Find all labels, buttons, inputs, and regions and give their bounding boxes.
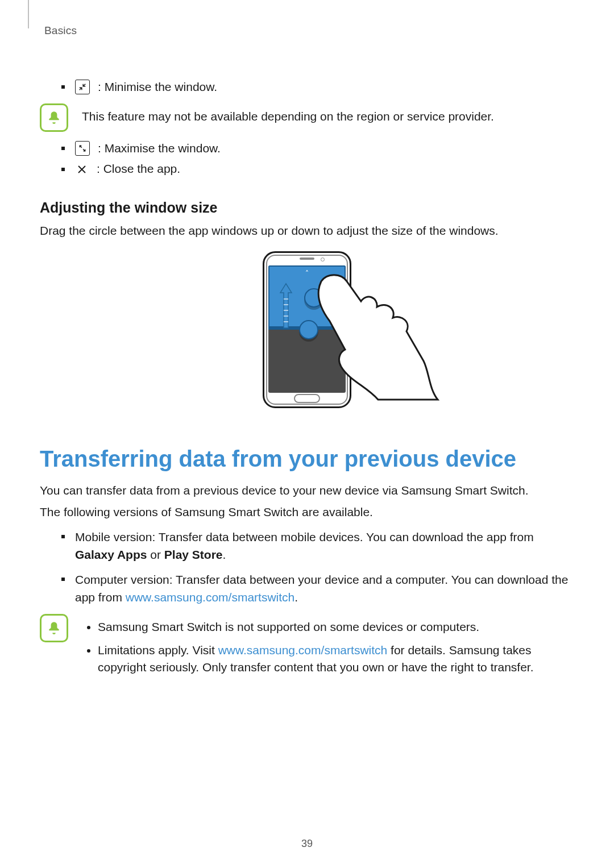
drag-handle-icon <box>299 320 318 339</box>
svg-rect-2 <box>284 310 288 311</box>
paragraph-transfer-intro: You can transfer data from a previous de… <box>40 482 574 499</box>
text-or: or <box>147 548 164 561</box>
close-icon <box>75 163 89 176</box>
svg-rect-1 <box>284 304 288 305</box>
action-text-maximise: : Maximise the window. <box>98 140 221 157</box>
header-rule <box>28 0 29 28</box>
svg-rect-0 <box>284 298 288 300</box>
link-smartswitch-details[interactable]: www.samsung.com/smartswitch <box>218 643 388 657</box>
page-number: 39 <box>0 836 614 851</box>
list-item-computer: Computer version: Transfer data between … <box>61 571 574 606</box>
section-title-transferring: Transferring data from your previous dev… <box>40 442 574 475</box>
note-text: This feature may not be available depend… <box>82 103 574 125</box>
note-item-unsupported: Samsung Smart Switch is not supported on… <box>98 618 574 636</box>
section-header: Basics <box>44 23 574 39</box>
paragraph-transfer-versions: The following versions of Samsung Smart … <box>40 504 574 521</box>
action-text-close: : Close the app. <box>97 160 180 177</box>
maximise-icon <box>75 141 90 156</box>
bullet-dot <box>61 147 65 150</box>
page-content: Basics : Minimise the window. This featu… <box>0 0 614 682</box>
drag-handle-icon <box>304 288 323 308</box>
text-period: . <box>223 548 226 561</box>
note-item-limitations: Limitations apply. Visit www.samsung.com… <box>98 642 574 676</box>
bullet-dot <box>61 85 65 89</box>
svg-rect-3 <box>284 315 288 317</box>
svg-rect-4 <box>284 321 288 322</box>
link-smartswitch[interactable]: www.samsung.com/smartswitch <box>126 591 295 604</box>
note-region-availability: This feature may not be available depend… <box>40 103 574 132</box>
bullet-dot <box>61 168 65 171</box>
arrow-up-icon <box>278 281 294 335</box>
paragraph-adjust-size: Drag the circle between the app windows … <box>40 222 574 239</box>
minimise-icon <box>75 80 90 94</box>
subheading-adjust-size: Adjusting the window size <box>40 197 574 218</box>
bell-icon <box>40 103 68 132</box>
note-list: Samsung Smart Switch is not supported on… <box>82 618 574 676</box>
text-limitations-pre: Limitations apply. Visit <box>98 643 218 657</box>
text-galaxy-apps: Galaxy Apps <box>75 548 147 561</box>
list-item-mobile: Mobile version: Transfer data between mo… <box>61 529 574 563</box>
text-play-store: Play Store <box>164 548 223 561</box>
action-item-minimise: : Minimise the window. <box>61 78 574 95</box>
note-limitations: Samsung Smart Switch is not supported on… <box>40 614 574 682</box>
text-computer-post: . <box>294 591 298 604</box>
action-item-close: : Close the app. <box>61 160 574 177</box>
figure-adjust-window: ˄ ˄ <box>40 251 574 408</box>
bell-icon <box>40 614 68 642</box>
action-item-maximise: : Maximise the window. <box>61 140 574 157</box>
text-mobile-pre: Mobile version: Transfer data between mo… <box>75 530 534 543</box>
list-versions: Mobile version: Transfer data between mo… <box>61 529 574 606</box>
action-text-minimise: : Minimise the window. <box>98 78 217 95</box>
